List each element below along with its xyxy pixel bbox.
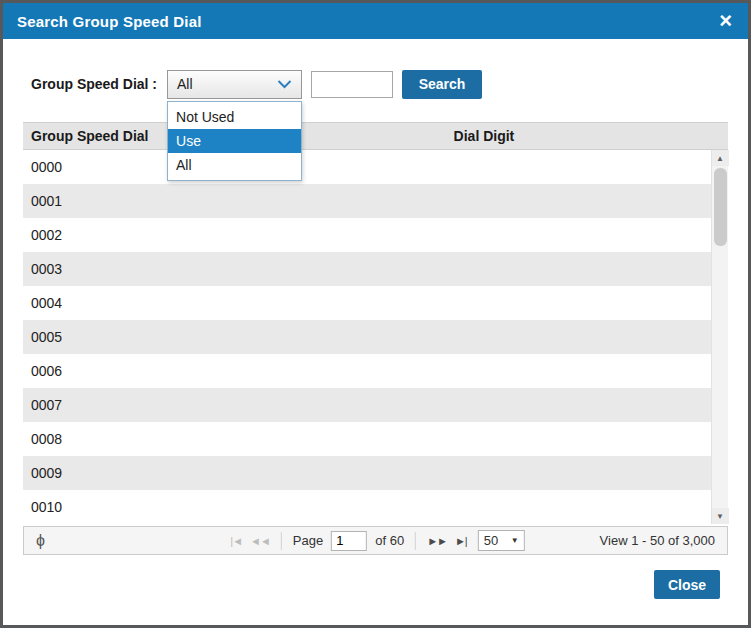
select-dropdown-list: Not Used Use All <box>167 101 302 181</box>
table-row[interactable]: 0000 <box>23 150 711 184</box>
table-row[interactable]: 0002 <box>23 218 711 252</box>
cell-speed-dial: 0010 <box>23 499 257 515</box>
table-row[interactable]: 0010 <box>23 490 711 524</box>
group-speed-dial-label: Group Speed Dial : <box>31 76 157 92</box>
table-row[interactable]: 0005 <box>23 320 711 354</box>
table-row[interactable]: 0003 <box>23 252 711 286</box>
select-current-value: All <box>177 76 277 92</box>
dropdown-option-not-used[interactable]: Not Used <box>168 105 301 129</box>
chevron-down-icon <box>277 80 292 89</box>
next-page-icon[interactable]: ►► <box>423 535 451 547</box>
pager-bar: ϕ |◄ ◄◄ Page of 60 ►► ►| 50 ▼ View 1 - 5… <box>23 526 728 555</box>
refresh-icon[interactable]: ϕ <box>36 533 45 549</box>
table-body: 0000 0001 0002 0003 0004 0005 0006 0007 … <box>23 150 728 524</box>
table-row[interactable]: 0009 <box>23 456 711 490</box>
page-size-select[interactable]: 50 ▼ <box>478 530 525 551</box>
first-page-icon[interactable]: |◄ <box>226 535 246 547</box>
dropdown-option-all[interactable]: All <box>168 153 301 177</box>
column-header-dial-digit: Dial Digit <box>257 128 711 144</box>
close-button[interactable]: Close <box>654 570 720 599</box>
search-form: Group Speed Dial : All Not Used Use All … <box>31 69 748 99</box>
cell-speed-dial: 0002 <box>23 227 257 243</box>
scroll-up-icon[interactable]: ▲ <box>712 150 729 166</box>
dialog-title: Search Group Speed Dial <box>17 13 717 30</box>
dialog-footer: Close <box>654 570 720 599</box>
scrollbar-track[interactable] <box>712 246 729 508</box>
table-row[interactable]: 0006 <box>23 354 711 388</box>
scroll-down-icon[interactable]: ▼ <box>712 508 729 524</box>
vertical-scrollbar[interactable]: ▲ ▼ <box>711 150 728 524</box>
table-row[interactable]: 0004 <box>23 286 711 320</box>
caret-down-icon: ▼ <box>511 536 519 545</box>
page-count-label: of 60 <box>375 533 404 548</box>
page-size-value: 50 <box>484 533 498 548</box>
prev-page-icon[interactable]: ◄◄ <box>246 535 274 547</box>
group-speed-dial-select[interactable]: All <box>167 70 302 99</box>
dialog-title-bar: Search Group Speed Dial × <box>3 3 748 39</box>
table-row[interactable]: 0007 <box>23 388 711 422</box>
search-input[interactable] <box>311 71 393 98</box>
table-row[interactable]: 0001 <box>23 184 711 218</box>
search-group-speed-dial-dialog: Search Group Speed Dial × Group Speed Di… <box>0 0 751 628</box>
cell-speed-dial: 0003 <box>23 261 257 277</box>
view-range-text: View 1 - 50 of 3,000 <box>600 533 715 548</box>
cell-speed-dial: 0009 <box>23 465 257 481</box>
page-label: Page <box>293 533 323 548</box>
cell-speed-dial: 0004 <box>23 295 257 311</box>
cell-speed-dial: 0005 <box>23 329 257 345</box>
dropdown-option-use[interactable]: Use <box>168 129 301 153</box>
cell-speed-dial: 0007 <box>23 397 257 413</box>
pager-controls: |◄ ◄◄ Page of 60 ►► ►| 50 ▼ <box>226 530 524 551</box>
search-button[interactable]: Search <box>402 70 482 99</box>
pager-separator <box>415 532 416 550</box>
table-header-row: Group Speed Dial Dial Digit <box>23 122 728 150</box>
pager-separator <box>281 532 282 550</box>
last-page-icon[interactable]: ►| <box>451 535 471 547</box>
speed-dial-table: Group Speed Dial Dial Digit 0000 0001 00… <box>23 122 728 524</box>
group-speed-dial-select-wrap: All Not Used Use All <box>167 70 302 99</box>
page-number-input[interactable] <box>331 531 367 551</box>
table-row[interactable]: 0008 <box>23 422 711 456</box>
close-icon[interactable]: × <box>717 10 734 32</box>
scrollbar-thumb[interactable] <box>714 168 727 246</box>
cell-speed-dial: 0008 <box>23 431 257 447</box>
cell-speed-dial: 0001 <box>23 193 257 209</box>
cell-speed-dial: 0006 <box>23 363 257 379</box>
